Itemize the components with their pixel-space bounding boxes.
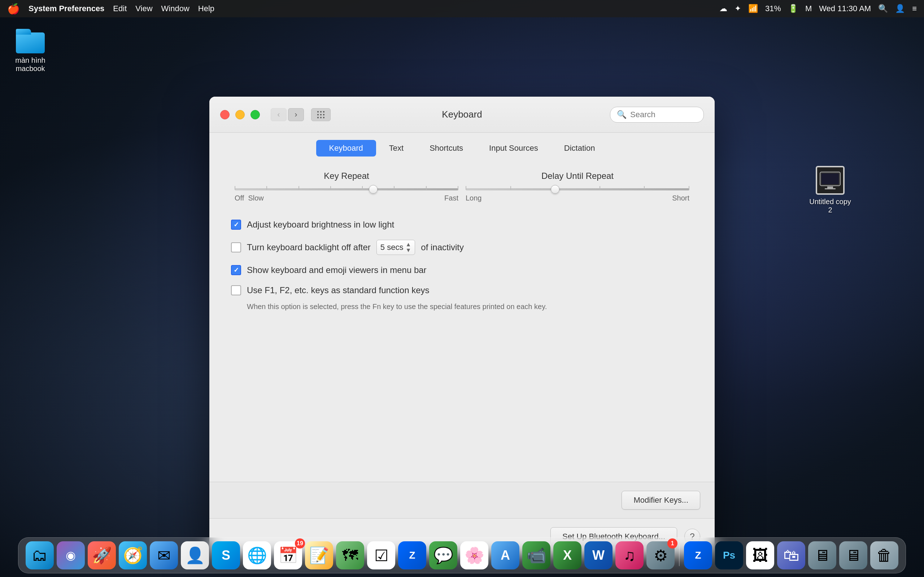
menubar-creative-cloud: ☁ <box>719 4 727 13</box>
dock-item-monitor2[interactable]: 🖥 <box>808 541 836 569</box>
grid-button[interactable] <box>311 108 331 121</box>
dock-item-photoshop[interactable]: Ps <box>715 541 743 569</box>
calendar-icon: 📅 <box>278 546 298 565</box>
dock-item-photos[interactable]: 🌸 <box>460 541 488 569</box>
dock-item-finder[interactable]: 🗂 <box>26 541 54 569</box>
maps-icon: 🗺 <box>342 546 358 564</box>
key-repeat-group: Key Repeat <box>231 171 462 202</box>
apple-menu[interactable]: 🍎 <box>7 3 20 15</box>
dock-item-maps[interactable]: 🗺 <box>336 541 364 569</box>
search-box[interactable]: 🔍 <box>610 107 704 122</box>
modifier-keys-button[interactable]: Modifier Keys... <box>622 491 700 509</box>
key-repeat-ticks <box>234 186 459 190</box>
svg-rect-6 <box>323 111 325 113</box>
checkbox-fn[interactable] <box>231 285 241 295</box>
maximize-button[interactable] <box>250 110 260 119</box>
dock-item-trash[interactable]: 🗑 <box>870 541 898 569</box>
dock-separator <box>679 545 680 566</box>
checkbox-backlight-suffix: of inactivity <box>421 242 464 253</box>
zalo2-icon: Z <box>695 550 701 561</box>
delay-repeat-ticks <box>465 186 690 190</box>
dock-item-zalo2[interactable]: Z <box>684 541 712 569</box>
menu-help[interactable]: Help <box>198 4 215 13</box>
dock-item-preview[interactable]: 🖼 <box>746 541 774 569</box>
desktop-icon-folder[interactable]: màn hình macbook <box>9 29 52 73</box>
menu-system-preferences[interactable]: System Preferences <box>29 4 104 13</box>
close-button[interactable] <box>220 110 229 119</box>
checkbox-fn-line: Use F1, F2, etc. keys as standard functi… <box>231 285 430 295</box>
menubar-user-icon[interactable]: 👤 <box>895 4 905 13</box>
svg-rect-12 <box>323 117 325 118</box>
dock-item-launchpad[interactable]: 🚀 <box>88 541 116 569</box>
dock-item-word[interactable]: W <box>584 541 612 569</box>
desktop-icon-monitor[interactable]: Untitled copy 2 <box>809 166 852 214</box>
menu-window[interactable]: Window <box>162 4 189 13</box>
delay-repeat-right: Short <box>672 194 690 202</box>
tab-input-sources[interactable]: Input Sources <box>476 140 551 156</box>
checkbox-fn-label: Use F1, F2, etc. keys as standard functi… <box>247 285 430 295</box>
menu-edit[interactable]: Edit <box>113 4 127 13</box>
monitor3-icon: 🖥 <box>845 546 861 564</box>
svg-rect-9 <box>323 114 325 115</box>
dock-item-zalo[interactable]: Z <box>398 541 426 569</box>
tab-dictation[interactable]: Dictation <box>551 140 608 156</box>
delay-repeat-thumb[interactable] <box>551 185 559 193</box>
dock-item-music[interactable]: ♫ <box>615 541 643 569</box>
dock-item-skype[interactable]: S <box>212 541 240 569</box>
menubar-ime: M <box>805 4 812 13</box>
dock-item-appstore[interactable]: A <box>491 541 519 569</box>
window-title: Keyboard <box>442 109 482 120</box>
checkbox-brightness[interactable] <box>231 220 241 230</box>
svg-rect-4 <box>317 111 319 113</box>
photos-icon: 🌸 <box>465 546 485 565</box>
dock-item-messages[interactable]: 💬 <box>429 541 457 569</box>
siri-icon: ◉ <box>66 548 76 562</box>
checkbox-backlight[interactable] <box>231 242 241 253</box>
dock-item-store[interactable]: 🛍 <box>777 541 805 569</box>
dock-item-contacts[interactable]: 👤 <box>181 541 209 569</box>
menubar-control-strip[interactable]: ≡ <box>912 4 917 13</box>
menu-view[interactable]: View <box>135 4 152 13</box>
dock-item-chrome[interactable]: 🌐 <box>243 541 271 569</box>
desktop-icon-label-monitor: Untitled copy 2 <box>809 198 852 214</box>
dock-item-excel[interactable]: X <box>553 541 582 569</box>
dock-item-settings[interactable]: ⚙ 1 <box>646 541 675 569</box>
search-input[interactable] <box>630 110 697 119</box>
svg-rect-1 <box>827 187 833 188</box>
dock-item-mail[interactable]: ✉ <box>150 541 178 569</box>
word-icon: W <box>592 548 604 563</box>
menubar-search-icon[interactable]: 🔍 <box>878 4 888 13</box>
tab-shortcuts[interactable]: Shortcuts <box>417 140 476 156</box>
minimize-button[interactable] <box>235 110 245 119</box>
bottom-section-modifier: Modifier Keys... <box>209 482 715 518</box>
skype-icon: S <box>221 548 230 563</box>
settings-badge: 1 <box>667 538 677 548</box>
tab-text[interactable]: Text <box>376 140 417 156</box>
key-repeat-label: Key Repeat <box>231 171 462 181</box>
forward-button[interactable]: › <box>288 108 304 121</box>
dock-item-monitor3[interactable]: 🖥 <box>839 541 867 569</box>
dock-item-safari[interactable]: 🧭 <box>119 541 147 569</box>
dock-item-reminders[interactable]: ☑ <box>367 541 395 569</box>
dock-item-calendar[interactable]: 📅 19 <box>274 541 302 569</box>
back-button[interactable]: ‹ <box>271 108 287 121</box>
menubar: 🍎 System Preferences Edit View Window He… <box>0 0 924 17</box>
delay-repeat-track-wrap: Long Short <box>462 188 693 202</box>
notes-icon: 📝 <box>309 546 329 565</box>
dock-item-siri[interactable]: ◉ <box>57 541 85 569</box>
key-repeat-right: Fast <box>444 194 459 202</box>
store-icon: 🛍 <box>783 546 799 564</box>
dock-item-notes[interactable]: 📝 <box>305 541 333 569</box>
preview-icon: 🖼 <box>752 546 768 564</box>
dock-item-facetime[interactable]: 📹 <box>522 541 551 569</box>
messages-icon: 💬 <box>433 546 453 565</box>
calendar-badge: 19 <box>295 538 305 548</box>
search-icon: 🔍 <box>617 110 627 119</box>
backlight-select[interactable]: 5 secs ▲ ▼ <box>376 240 415 255</box>
key-repeat-thumb[interactable] <box>369 185 378 193</box>
delay-repeat-label: Delay Until Repeat <box>462 171 693 181</box>
delay-repeat-left: Long <box>465 194 482 202</box>
tab-keyboard[interactable]: Keyboard <box>316 140 376 156</box>
checkbox-emoji[interactable] <box>231 265 241 275</box>
checkbox-fn-sublabel: When this option is selected, press the … <box>247 303 547 311</box>
